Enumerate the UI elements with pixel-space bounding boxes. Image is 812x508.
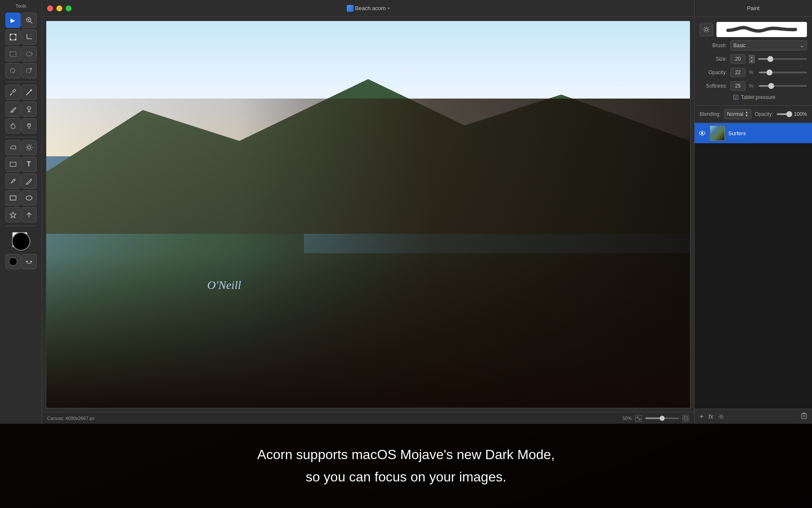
tool-sep-1 [5,82,36,82]
app-icon [347,5,354,12]
close-button[interactable] [47,5,53,11]
layer-row-surfers[interactable]: Surfers [695,123,812,143]
opacity-layer-thumb [786,111,792,117]
opacity-row: Opacity: % [700,67,807,78]
foreground-color[interactable] [12,232,30,251]
tool-stamp[interactable] [21,102,37,117]
tool-zoom[interactable] [21,13,37,28]
size-input[interactable] [730,54,745,64]
svg-rect-16 [12,89,16,92]
tool-brush-size[interactable] [5,254,21,269]
window-title-text: Beach.acorn [355,5,386,11]
brush-preview-row [700,22,807,37]
svg-line-40 [31,179,32,179]
tool-eraser-v[interactable] [5,102,21,117]
tablet-pressure-checkbox[interactable]: ✓ [733,95,738,100]
size-stepper[interactable]: ▲ ▼ [749,55,755,63]
zoom-percent-label: 50% [623,416,632,421]
svg-point-54 [701,132,703,134]
brush-dropdown[interactable]: Basic ⌄ [730,40,807,51]
svg-line-37 [27,150,27,150]
tool-magic-lasso[interactable] [21,63,37,78]
tool-ellipse-shape[interactable] [21,190,37,206]
tool-rect-shape[interactable] [5,190,21,206]
size-decrement[interactable]: ▼ [749,59,755,63]
size-label: Size: [700,56,727,62]
svg-rect-6 [15,34,16,35]
tool-dodge[interactable] [21,118,37,134]
tool-arrow-shape[interactable] [21,207,37,222]
tool-paint-bucket[interactable] [5,118,21,134]
zoom-fit-button[interactable] [635,415,642,422]
tool-transform[interactable] [5,29,21,45]
svg-rect-56 [801,414,807,419]
opacity-slider[interactable] [759,72,807,73]
softness-slider[interactable] [759,85,807,87]
opacity-layer-slider[interactable] [777,113,791,115]
color-swatch-area[interactable] [11,230,32,251]
size-row: Size: ▲ ▼ [700,54,807,64]
opacity-layer-label: Opacity: [755,111,773,117]
layer-visibility-button[interactable] [698,129,706,137]
svg-rect-8 [15,39,16,40]
layer-settings-button[interactable] [718,414,724,420]
add-layer-button[interactable]: + [700,413,703,420]
tablet-pressure-label: Tablet pressure [741,94,775,100]
zoom-slider-thumb [660,416,665,421]
tool-row-5 [5,85,37,100]
tool-text[interactable]: T [21,157,37,172]
tool-row-10 [5,174,37,189]
tool-pen[interactable] [5,174,21,189]
svg-rect-7 [10,39,11,40]
tool-extra[interactable] [21,254,37,269]
opacity-label: Opacity: [700,70,727,75]
app-window: Tools ▶ [0,0,812,424]
softness-label: Softness: [700,83,727,89]
opacity-input[interactable] [730,68,745,77]
zoom-actual-button[interactable] [682,415,689,422]
tool-rect-select[interactable] [5,46,21,61]
blending-dropdown[interactable]: Normal ▲▼ [724,109,751,119]
tool-row-3 [5,46,37,61]
paint-controls: Brush: Basic ⌄ Size: ▲ ▼ [695,17,812,105]
fx-button[interactable]: fx [708,413,713,420]
canvas-content[interactable]: O'Neill [42,17,694,412]
tool-crop[interactable] [21,29,37,45]
softness-row: Softness: % [700,81,807,91]
tool-pencil[interactable] [21,174,37,189]
caption-line2: so you can focus on your images. [306,468,506,487]
opacity-layer-value: 100% [794,111,807,117]
zoom-slider[interactable] [645,417,679,419]
tool-row-4 [5,63,37,78]
brush-settings-button[interactable] [700,23,713,36]
window-title-arrow: ▾ [388,6,390,11]
softness-input[interactable] [730,81,745,91]
brush-value: Basic [733,43,745,48]
tool-brightness[interactable] [21,140,37,155]
svg-line-41 [26,184,27,184]
tools-panel: Tools ▶ [0,0,42,424]
size-slider[interactable] [758,58,807,60]
size-increment[interactable]: ▲ [749,55,755,59]
tool-shape-rect[interactable] [5,157,21,172]
tool-eyedropper[interactable] [5,85,21,100]
maximize-button[interactable] [66,5,72,11]
tool-lasso[interactable] [5,63,21,78]
tool-sep-3 [5,226,36,226]
canvas-size-label: Canvas: 4000x2667 px [47,416,95,421]
tool-sep-2 [5,137,36,137]
right-panel: Paint Brush: [694,0,812,424]
tool-paintbrush[interactable] [21,85,37,100]
tool-cloud[interactable] [5,140,21,155]
svg-line-19 [27,91,31,95]
tool-ellipse-select[interactable] [21,46,37,61]
caption-line1: Acorn supports macOS Mojave's new Dark M… [257,445,555,464]
tool-select[interactable]: ▶ [5,13,21,28]
delete-layer-button[interactable] [801,412,807,421]
tool-row-1: ▶ [5,13,37,28]
svg-point-29 [27,146,30,149]
title-bar: Beach.acorn ▾ [42,0,694,17]
tool-star[interactable] [5,207,21,222]
layer-name-label: Surfers [728,130,746,136]
minimize-button[interactable] [56,5,62,11]
